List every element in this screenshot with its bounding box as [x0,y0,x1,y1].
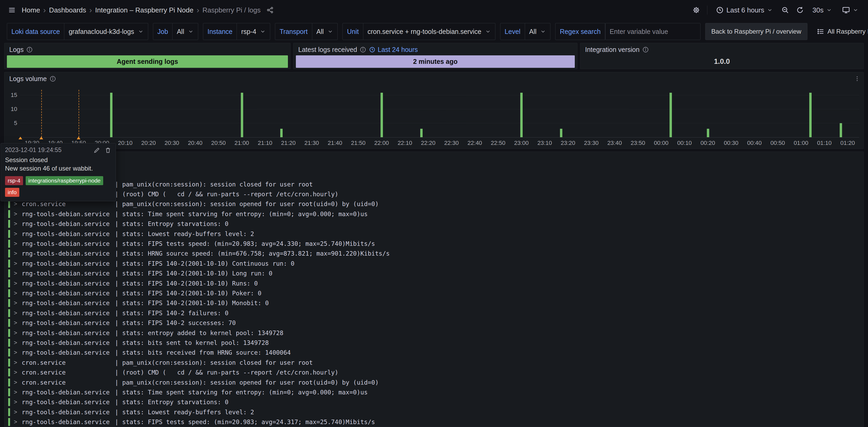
log-row[interactable]: >rng-tools-debian.service| stats: Entrop… [8,397,860,407]
annotation-tag[interactable]: integrations/raspberrypi-node [26,176,103,185]
expand-chevron-icon[interactable]: > [14,290,22,297]
annotation-marker-icon[interactable] [77,137,81,139]
log-row[interactable]: >rng-tools-debian.service| stats: Time s… [8,387,860,397]
volume-bar [110,93,113,137]
breadcrumb-item[interactable]: Dashboards [49,6,86,14]
annotation-tag[interactable]: rsp-4 [5,176,23,185]
expand-chevron-icon[interactable]: > [14,419,22,425]
log-row[interactable]: >rng-tools-debian.service| stats: FIPS t… [8,417,860,427]
variable-dropdown[interactable]: rsp-4 [237,23,270,40]
regex-search-input[interactable] [605,23,701,40]
annotation-marker-icon[interactable] [39,137,43,139]
zoom-out-icon[interactable] [781,6,789,14]
expand-chevron-icon[interactable]: > [14,220,22,227]
log-row[interactable]: >rng-tools-debian.service| stats: Time s… [8,209,860,219]
log-row[interactable]: >rng-tools-debian.service| stats: bits r… [8,348,860,358]
log-row[interactable]: >rng-tools-debian.service| stats: Lowest… [8,407,860,417]
variable-label: Loki data source [7,23,64,40]
breadcrumb-item[interactable]: Home [22,6,40,14]
expand-chevron-icon[interactable]: > [14,379,22,386]
variable-dropdown[interactable]: All [525,23,551,40]
expand-chevron-icon[interactable]: > [14,409,22,416]
info-icon[interactable] [360,46,366,53]
expand-chevron-icon[interactable]: > [14,270,22,277]
log-row[interactable]: >rng-tools-debian.service| stats: FIPS 1… [8,308,860,318]
expand-chevron-icon[interactable]: > [14,389,22,396]
menu-toggle-icon[interactable] [8,6,16,14]
log-service: rng-tools-debian.service [22,389,115,396]
log-row[interactable]: >rng-tools-debian.service| stats: FIPS 1… [8,278,860,288]
info-icon[interactable] [642,46,649,53]
volume-bar [560,129,562,137]
x-axis-label: 21:00 [235,140,249,146]
log-row[interactable]: >cron.service| pam_unix(cron:session): s… [8,358,860,367]
log-row[interactable]: >cron.service| pam_unix(cron:session): s… [8,377,860,387]
delete-annotation-icon[interactable] [104,147,112,154]
variable-dropdown[interactable]: cron.service + rng-tools-debian.service [363,23,495,40]
expand-chevron-icon[interactable]: > [14,349,22,356]
expand-chevron-icon[interactable]: > [14,201,22,207]
expand-chevron-icon[interactable]: > [14,369,22,376]
expand-chevron-icon[interactable]: > [14,339,22,346]
expand-chevron-icon[interactable]: > [14,280,22,287]
log-level-bar [8,418,10,426]
view-mode-dropdown[interactable] [840,6,860,14]
log-row[interactable]: >rng-tools-debian.service| stats: bits s… [8,338,860,347]
log-level-bar [8,368,10,376]
refresh-icon[interactable] [796,6,804,14]
annotation-tag[interactable]: info [5,188,19,197]
info-icon[interactable] [50,76,56,82]
all-dashboards-button[interactable]: All Raspberry Pi / dashboards [811,23,868,40]
expand-chevron-icon[interactable]: > [14,359,22,366]
variable-dropdown[interactable]: grafanacloud-k3d-logs [64,23,148,40]
expand-chevron-icon[interactable]: > [14,260,22,267]
log-level-bar [8,329,10,337]
variable-dropdown[interactable]: All [173,23,198,40]
log-row[interactable]: >cron.service| (root) CMD ( cd / && run-… [8,189,860,199]
expand-chevron-icon[interactable]: > [14,310,22,317]
log-row[interactable]: >rng-tools-debian.service| stats: FIPS 1… [8,288,860,298]
expand-chevron-icon[interactable]: > [14,399,22,405]
back-to-overview-button[interactable]: Back to Raspberry Pi / overview [705,23,807,40]
expand-chevron-icon[interactable]: > [14,250,22,257]
breadcrumb-item[interactable]: Integration – Raspberry Pi Node [95,6,193,14]
log-row[interactable]: >rng-tools-debian.service| stats: HRNG s… [8,249,860,259]
log-row[interactable]: >rng-tools-debian.service| stats: FIPS 1… [8,298,860,308]
expand-chevron-icon[interactable]: > [14,210,22,218]
log-row[interactable]: >rng-tools-debian.service| stats: entrop… [8,328,860,338]
expand-chevron-icon[interactable]: > [14,300,22,307]
log-row[interactable]: >cron.service| pam_unix(cron:session): s… [8,179,860,189]
expand-chevron-icon[interactable]: > [14,330,22,336]
variable-group: TransportAll [275,23,338,40]
info-icon[interactable] [26,46,33,53]
y-axis-label: 10 [5,106,17,113]
log-level-bar [8,240,10,248]
variable-dropdown[interactable]: All [312,23,338,40]
log-row[interactable]: >rng-tools-debian.service| stats: FIPS 1… [8,268,860,278]
log-message: | stats: FIPS 140-2 failures: 0 [115,310,228,317]
x-axis-label: 00:20 [701,140,715,146]
log-row[interactable]: >rng-tools-debian.service| stats: Lowest… [8,229,860,239]
log-row[interactable]: >rng-tools-debian.service| stats: FIPS t… [8,239,860,249]
share-icon[interactable] [267,6,274,14]
log-row[interactable]: >rng-tools-debian.service| stats: FIPS 1… [8,318,860,328]
time-range-picker[interactable]: Last 6 hours [714,6,774,15]
log-row[interactable]: >cron.service| pam_unix(cron:session): s… [8,199,860,209]
dashboard-settings-icon[interactable] [692,6,700,14]
log-level-bar [8,339,10,347]
expand-chevron-icon[interactable]: > [14,230,22,237]
log-service: rng-tools-debian.service [22,270,115,277]
log-row[interactable]: >rng-tools-debian.service| stats: Entrop… [8,219,860,229]
chevron-down-icon [138,29,144,34]
log-message: | stats: FIPS 140-2(2001-10-10) Monobit:… [115,300,269,307]
expand-chevron-icon[interactable]: > [14,319,22,326]
panel-menu-icon[interactable] [853,75,861,83]
panel-time-range-link[interactable]: Last 24 hours [369,46,418,54]
log-service: cron.service [22,201,115,207]
log-row[interactable]: >rng-tools-debian.service| stats: FIPS 1… [8,259,860,268]
edit-annotation-icon[interactable] [93,147,100,154]
expand-chevron-icon[interactable]: > [14,240,22,247]
log-row[interactable]: >cron.service| (root) CMD ( cd / && run-… [8,367,860,377]
refresh-interval-dropdown[interactable]: 30s [811,6,834,15]
annotation-marker-icon[interactable] [19,137,22,139]
